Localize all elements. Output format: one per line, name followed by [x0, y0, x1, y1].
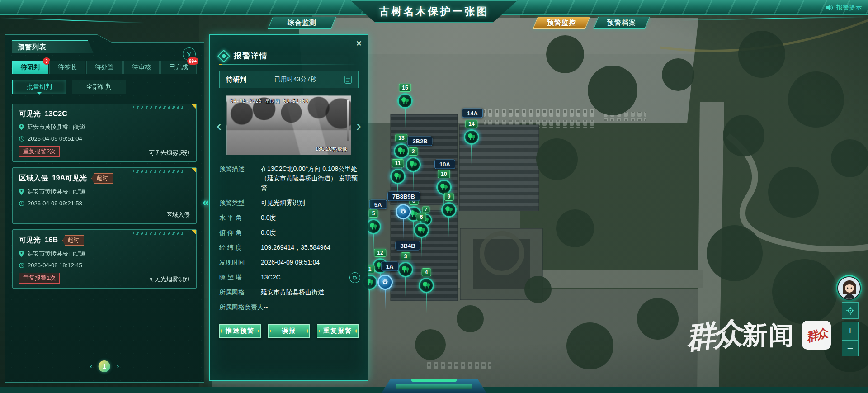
tree-icon — [393, 171, 403, 181]
alert-card-location: 延安市黄陵县桥山街道 — [19, 188, 190, 196]
marker-stem — [369, 288, 370, 310]
marker-stem — [385, 288, 386, 310]
status-bar: 待研判 已用时43分7秒 — [219, 71, 359, 88]
alert-card-footer: 重复报警2次可见光烟雾识别 — [19, 146, 190, 157]
alert-card[interactable]: 区域入侵_19A可见光超时延安市黄陵县桥山街道2026-04-09 09:21:… — [12, 167, 197, 224]
subtab-全部研判[interactable]: 全部研判 — [72, 80, 126, 94]
alert-card[interactable]: 可见光_16B超时延安市黄陵县桥山街道2026-04-08 18:12:45重复… — [12, 229, 197, 289]
tab-待研判[interactable]: 待研判3 — [12, 61, 48, 74]
push-alert-button[interactable]: 推送预警 — [219, 324, 261, 338]
detail-field-row: 俯 仰 角0.0度 — [219, 228, 359, 237]
tree-icon — [467, 132, 476, 142]
diamond-icon — [217, 49, 230, 62]
tree-marker-14[interactable]: 14 — [464, 129, 479, 145]
page-prev-arrow[interactable]: ‹ — [90, 362, 92, 370]
tree-icon — [400, 96, 410, 106]
alert-card-footer: 重复报警1次可见光烟雾识别 — [19, 273, 190, 284]
field-label: 所属网格 — [219, 288, 261, 297]
alarm-hint-toggle[interactable]: 报警提示 — [826, 4, 862, 12]
tree-marker-15[interactable]: 15 — [397, 93, 413, 109]
page-title: 古树名木保护一张图 — [379, 5, 489, 19]
avatar-image — [837, 276, 861, 300]
tree-marker-9[interactable]: 9 — [441, 202, 457, 218]
clock-icon — [19, 263, 24, 268]
tree-marker-6[interactable]: 6 — [414, 223, 429, 238]
field-value: -- — [264, 303, 359, 312]
detail-field-row: 瞭 望 塔13C2C — [219, 273, 359, 282]
detail-field-row: 所属网格负责人-- — [219, 303, 359, 312]
detail-field-row: 预警类型可见光烟雾识别 — [219, 198, 359, 208]
tree-marker-3[interactable]: 3 — [398, 262, 413, 277]
assistant-avatar[interactable] — [836, 275, 862, 301]
tree-marker-4[interactable]: 4 — [419, 278, 434, 293]
field-value: 109.269414，35.584964 — [261, 243, 359, 252]
page-next-arrow[interactable]: › — [117, 362, 119, 370]
subtab-批量研判[interactable]: 批量研判 — [12, 80, 66, 94]
tab-alert-monitoring[interactable]: 预警监控 — [533, 17, 590, 29]
false-alarm-button[interactable]: 误报 — [268, 324, 310, 338]
modal-button-row: 推送预警误报重复报警 — [219, 324, 359, 338]
marker-stem — [405, 107, 406, 128]
camera-marker[interactable] — [396, 204, 411, 219]
detail-field-row: 发现时间2026-04-09 09:51:04 — [219, 258, 359, 267]
bottom-emblem — [382, 379, 486, 393]
repeat-alarm-button[interactable]: 重复报警 — [317, 324, 359, 338]
app-title-plate: 古树名木保护一张图 — [350, 0, 518, 23]
field-label: 预警描述 — [219, 164, 261, 174]
modal-header: 报警详情 — [219, 47, 359, 65]
tree-icon-wrap — [441, 202, 457, 218]
alert-tabs: 待研判3待签收待处置待审核已完成99+ — [12, 61, 197, 74]
marker-number-tag: 3 — [401, 252, 410, 260]
marker-number-tag: 15 — [399, 84, 411, 92]
tab-待签收[interactable]: 待签收 — [49, 61, 85, 74]
tree-marker-11[interactable]: 11 — [390, 169, 406, 184]
panel-collapse-arrow[interactable]: « — [203, 196, 209, 208]
zoom-in-button[interactable]: + — [842, 322, 859, 340]
zoom-out-button[interactable]: − — [842, 340, 859, 356]
tree-icon — [416, 225, 426, 235]
marker-number-tag: 5 — [369, 209, 378, 218]
tab-待处置[interactable]: 待处置 — [86, 61, 123, 74]
camera-dome-icon — [399, 207, 408, 216]
alert-card-list: 可见光_13C2C延安市黄陵县桥山街道2026-04-09 09:51:04重复… — [12, 104, 197, 289]
alert-card[interactable]: 可见光_13C2C延安市黄陵县桥山街道2026-04-09 09:51:04重复… — [12, 104, 197, 162]
map-label-7B8B9B[interactable]: 7B8B9B — [387, 192, 420, 201]
alert-type-label: 可见光烟雾识别 — [149, 149, 190, 157]
tab-alert-archive[interactable]: 预警档案 — [594, 17, 650, 29]
timeout-badge: 超时 — [91, 173, 113, 184]
alarm-snapshot-image[interactable]: 04-09-2026 星期四 09:51:00 13C.2C热成像 — [226, 95, 351, 155]
map-label-1A[interactable]: 1A — [381, 262, 399, 271]
marker-number-tag: 2 — [409, 147, 418, 156]
tab-待审核[interactable]: 待审核 — [123, 61, 160, 74]
field-value: 0.0度 — [261, 228, 359, 237]
carousel-next-arrow[interactable]: › — [356, 118, 361, 133]
alert-card-location: 延安市黄陵县桥山街道 — [19, 250, 190, 258]
carousel-prev-arrow[interactable]: ‹ — [217, 118, 222, 133]
map-label-14A[interactable]: 14A — [462, 109, 483, 118]
alert-card-location: 延安市黄陵县桥山街道 — [19, 123, 190, 131]
locate-button[interactable] — [842, 302, 859, 319]
tower-video-button[interactable] — [349, 272, 360, 283]
status-badge: 待研判 — [226, 76, 246, 84]
crosshair-icon — [846, 307, 854, 315]
speaker-icon — [826, 4, 833, 11]
alert-subtabs: 批量研判全部研判 — [12, 80, 197, 98]
marker-stem — [471, 143, 472, 165]
tab-已完成[interactable]: 已完成99+ — [160, 61, 197, 74]
tree-icon-wrap — [390, 169, 406, 184]
page-number[interactable]: 1 — [99, 360, 110, 372]
location-pin-icon — [19, 251, 24, 257]
alert-card-time: 2026-04-09 09:21:58 — [19, 200, 190, 207]
map-label-10A[interactable]: 10A — [434, 160, 455, 169]
tree-icon — [396, 146, 406, 156]
camera-marker[interactable] — [377, 275, 393, 290]
map-label-3B2B[interactable]: 3B2B — [407, 137, 432, 146]
map-label-3B4B[interactable]: 3B4B — [395, 241, 420, 251]
map-label-5A[interactable]: 5A — [369, 200, 387, 209]
marker-stem — [448, 216, 449, 237]
alert-card-title: 可见光_13C2C — [19, 109, 190, 119]
report-document-icon[interactable] — [344, 76, 352, 84]
tree-icon-wrap — [397, 93, 413, 109]
field-value: 2026-04-09 09:51:04 — [261, 258, 359, 267]
tab-comprehensive-monitoring[interactable]: 综合监测 — [268, 17, 336, 29]
